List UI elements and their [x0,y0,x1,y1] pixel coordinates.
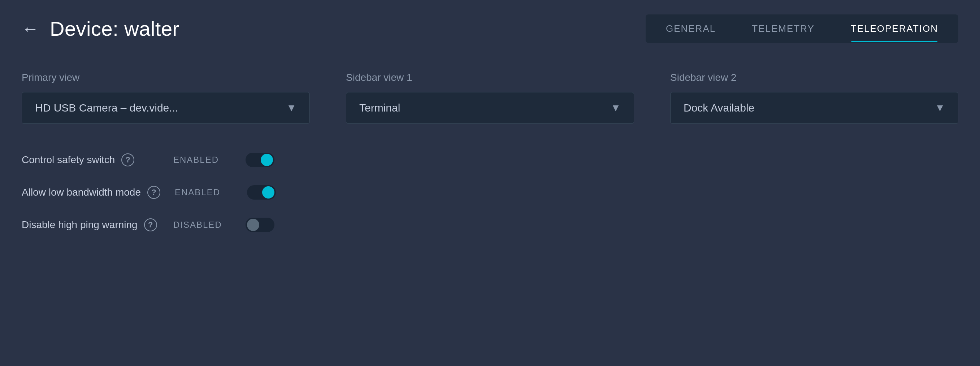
allow-low-bandwidth-mode-label-group: Allow low bandwidth mode ? [22,186,160,199]
allow-low-bandwidth-mode-toggle-track [247,185,276,200]
allow-low-bandwidth-mode-toggle[interactable] [247,185,276,200]
primary-view-group: Primary view HD USB Camera – dev.vide...… [22,72,310,124]
sidebar1-view-chevron-icon: ▼ [611,102,621,114]
disable-high-ping-warning-label: Disable high ping warning [22,219,138,231]
sidebar1-view-group: Sidebar view 1 Terminal ▼ [346,72,634,124]
sidebar2-view-label: Sidebar view 2 [670,72,958,83]
allow-low-bandwidth-mode-label: Allow low bandwidth mode [22,186,141,198]
control-safety-switch-help-icon[interactable]: ? [121,153,134,166]
disable-high-ping-warning-toggle[interactable] [245,218,274,232]
tab-telemetry[interactable]: TELEMETRY [734,17,833,41]
disable-high-ping-warning-toggle-track [245,218,274,232]
tab-teleoperation[interactable]: TELEOPERATION [833,17,956,41]
header: ← Device: walter GENERAL TELEMETRY TELEO… [22,14,958,43]
page: ← Device: walter GENERAL TELEMETRY TELEO… [0,0,980,366]
primary-view-dropdown[interactable]: HD USB Camera – dev.vide... ▼ [22,92,310,124]
control-safety-switch-status: ENABLED [173,155,231,165]
sidebar1-view-value: Terminal [359,102,400,114]
control-safety-switch-toggle-track [245,153,274,167]
disable-high-ping-warning-status: DISABLED [173,220,231,230]
header-left: ← Device: walter [22,17,180,40]
disable-high-ping-warning-label-group: Disable high ping warning ? [22,218,159,231]
sidebar1-view-label: Sidebar view 1 [346,72,634,83]
allow-low-bandwidth-mode-help-icon[interactable]: ? [147,186,160,199]
back-button[interactable]: ← [22,20,39,38]
control-safety-switch-toggle[interactable] [245,153,274,167]
sidebar2-view-dropdown[interactable]: Dock Available ▼ [670,92,958,124]
primary-view-chevron-icon: ▼ [286,102,296,114]
primary-view-value: HD USB Camera – dev.vide... [35,102,178,114]
sidebar2-view-chevron-icon: ▼ [935,102,945,114]
view-selectors: Primary view HD USB Camera – dev.vide...… [22,72,958,124]
setting-row-allow-low-bandwidth-mode: Allow low bandwidth mode ? ENABLED [22,185,958,200]
allow-low-bandwidth-mode-status: ENABLED [175,187,232,197]
setting-row-control-safety-switch: Control safety switch ? ENABLED [22,153,958,167]
tabs-bar: GENERAL TELEMETRY TELEOPERATION [646,14,958,43]
page-title: Device: walter [50,17,180,40]
control-safety-switch-label-group: Control safety switch ? [22,153,159,166]
allow-low-bandwidth-mode-toggle-knob [262,186,274,199]
sidebar2-view-value: Dock Available [684,102,754,114]
tab-general[interactable]: GENERAL [648,17,734,41]
control-safety-switch-label: Control safety switch [22,154,115,165]
primary-view-label: Primary view [22,72,310,83]
control-safety-switch-toggle-knob [261,154,273,166]
disable-high-ping-warning-toggle-knob [247,219,259,231]
sidebar2-view-group: Sidebar view 2 Dock Available ▼ [670,72,958,124]
setting-row-disable-high-ping-warning: Disable high ping warning ? DISABLED [22,218,958,232]
settings-section: Control safety switch ? ENABLED Allow lo… [22,153,958,232]
disable-high-ping-warning-help-icon[interactable]: ? [144,218,157,231]
sidebar1-view-dropdown[interactable]: Terminal ▼ [346,92,634,124]
